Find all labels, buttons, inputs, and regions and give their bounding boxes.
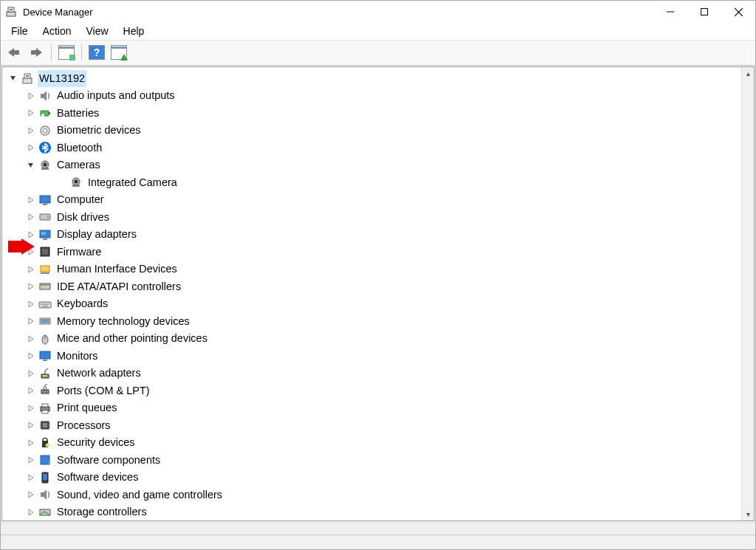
tree-expander-icon[interactable] (27, 317, 38, 325)
tree-item-mouse[interactable]: Mice and other pointing devices (5, 330, 741, 348)
tree-item-keyboard[interactable]: Keyboards (5, 295, 741, 313)
menu-view[interactable]: View (78, 25, 115, 37)
scan-hardware-button[interactable] (109, 43, 129, 62)
menu-file[interactable]: File (4, 25, 35, 37)
tree-expander-icon[interactable] (27, 162, 38, 169)
svg-rect-79 (42, 410, 48, 413)
horizontal-scrollbar[interactable] (1, 522, 755, 534)
tree-item-swdev[interactable]: Software devices (5, 469, 741, 487)
minimize-button[interactable] (653, 1, 687, 23)
tree-expander-icon[interactable] (27, 405, 38, 412)
svg-point-75 (44, 387, 47, 390)
security-icon (38, 436, 52, 450)
tree-expander-icon[interactable] (27, 283, 38, 290)
tree-item-disk[interactable]: Disk drives (5, 209, 741, 227)
menu-help[interactable]: Help (116, 25, 152, 37)
menu-action[interactable]: Action (35, 25, 79, 37)
close-button[interactable] (721, 1, 755, 23)
tree-expander-icon[interactable] (27, 509, 38, 516)
tree-item-camera[interactable]: Cameras (5, 157, 741, 174)
tree-expander-icon[interactable] (27, 352, 38, 360)
printer-icon (38, 401, 52, 416)
tree-item-computer[interactable]: Computer (5, 191, 741, 209)
tree-root[interactable]: WL13192 (5, 70, 741, 88)
tree-item-label: Processors (55, 417, 112, 435)
tree-item-storage[interactable]: Storage controllers (5, 503, 741, 520)
scroll-down-icon[interactable]: ▾ (742, 508, 754, 520)
tree-expander-icon[interactable] (27, 387, 38, 394)
nav-forward-button[interactable] (26, 43, 47, 62)
tree-item-label: Monitors (55, 348, 100, 365)
app-icon (5, 6, 17, 18)
swdev-icon (38, 470, 52, 485)
svg-point-30 (44, 162, 47, 166)
svg-rect-78 (42, 404, 48, 407)
tree-item-firmware[interactable]: Firmware (5, 244, 741, 261)
svg-point-91 (46, 443, 49, 447)
tree-item-label: Network adapters (55, 365, 142, 382)
tree-expander-icon[interactable] (27, 196, 38, 204)
tree-expander-icon[interactable] (27, 474, 38, 481)
tree-item-bluetooth[interactable]: Bluetooth (5, 140, 741, 157)
svg-rect-56 (41, 303, 42, 305)
tree-item-security[interactable]: Security devices (5, 434, 741, 452)
tree-item-printer[interactable]: Print queues (5, 399, 741, 417)
svg-rect-82 (43, 423, 47, 427)
maximize-button[interactable] (687, 1, 721, 23)
tree-item-speaker[interactable]: Audio inputs and outputs (5, 87, 741, 105)
tree-item-network[interactable]: Network adapters (5, 365, 741, 382)
tree-item-biometric[interactable]: Biometric devices (5, 122, 741, 140)
hid-icon (38, 262, 52, 277)
camera-icon (38, 158, 52, 173)
svg-marker-73 (29, 388, 33, 393)
tree-expander-icon[interactable] (27, 109, 38, 117)
vertical-scrollbar[interactable]: ▴ ▾ (741, 67, 754, 521)
tree-item-memory[interactable]: Memory technology devices (5, 313, 741, 331)
svg-marker-40 (29, 232, 33, 238)
window-controls (653, 1, 755, 23)
svg-rect-48 (41, 266, 49, 272)
tree-expander-icon[interactable] (27, 92, 38, 100)
tree-expander-icon[interactable] (27, 335, 38, 343)
svg-rect-74 (41, 390, 49, 393)
svg-rect-63 (41, 319, 49, 323)
tree-expander-icon[interactable] (27, 491, 38, 498)
tree-expander-icon[interactable] (27, 266, 38, 273)
window-title: Device Manager (23, 7, 93, 18)
tree-item-battery[interactable]: Batteries (5, 105, 741, 123)
camera-icon (69, 175, 83, 190)
tree-item-monitor[interactable]: Monitors (5, 348, 741, 365)
tree-expander-icon[interactable] (27, 127, 38, 134)
tree-item-sound[interactable]: Sound, video and game controllers (5, 487, 741, 504)
monitor-icon (38, 348, 52, 363)
tree-item-cpu[interactable]: Processors (5, 417, 741, 435)
tree-item-label: Mice and other pointing devices (55, 330, 209, 348)
tree-item-swcomp[interactable]: Software components (5, 452, 741, 470)
firmware-icon (38, 244, 52, 259)
root-icon (20, 71, 35, 86)
tree-expander-icon[interactable] (27, 456, 38, 464)
tree-expander-icon[interactable] (27, 144, 38, 151)
svg-rect-0 (7, 12, 16, 16)
help-button[interactable]: ? (86, 43, 107, 62)
tree-item-ide[interactable]: IDE ATA/ATAPI controllers (5, 278, 741, 296)
tree-expander-icon[interactable] (27, 422, 38, 429)
tree-expander-icon[interactable] (27, 370, 38, 377)
tree-item-camera-child[interactable]: Integrated Camera (5, 174, 741, 192)
device-tree[interactable]: WL13192Audio inputs and outputsBatteries… (2, 67, 741, 521)
svg-point-24 (43, 128, 47, 133)
tree-expander-icon[interactable] (27, 231, 38, 238)
tree-item-display[interactable]: Display adapters (5, 226, 741, 244)
tree-expander-icon[interactable] (10, 75, 20, 82)
tree-item-port[interactable]: Ports (COM & LPT) (5, 382, 741, 400)
tree-expander-icon[interactable] (27, 300, 38, 308)
tree-item-label: Ports (COM & LPT) (55, 382, 151, 400)
properties-button[interactable] (56, 43, 77, 62)
tree-item-hid[interactable]: Human Interface Devices (5, 261, 741, 278)
tree-expander-icon[interactable] (27, 439, 38, 447)
tree-expander-icon[interactable] (27, 213, 38, 221)
scroll-up-icon[interactable]: ▴ (742, 67, 754, 80)
nav-back-button[interactable] (4, 43, 24, 62)
display-icon (38, 227, 52, 242)
svg-rect-68 (40, 351, 50, 359)
